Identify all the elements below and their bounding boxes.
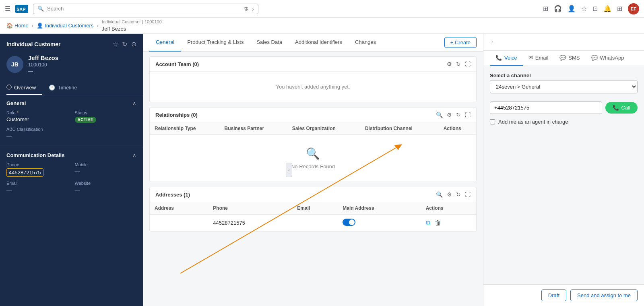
addr-cell-email bbox=[292, 215, 338, 232]
website-field: Website — bbox=[75, 181, 137, 193]
role-value: Customer bbox=[6, 116, 68, 122]
tab-timeline[interactable]: 🕐 Timeline bbox=[49, 81, 84, 95]
right-panel: ← 📞 Voice ✉ Email 💬 SMS 💬 WhatsApp Selec… bbox=[483, 34, 644, 306]
abc-value: — bbox=[6, 133, 136, 139]
relationships-title: Relationships (0) bbox=[155, 112, 436, 118]
create-btn-container: + Create bbox=[444, 37, 477, 48]
website-value: — bbox=[75, 187, 137, 193]
star-icon[interactable]: ☆ bbox=[581, 5, 587, 12]
refresh-rel-icon[interactable]: ↻ bbox=[456, 112, 461, 118]
relationships-header: Relationships (0) 🔍 ⚙ ↻ ⛶ bbox=[150, 108, 476, 122]
col-sales-org: Sales Organization bbox=[287, 122, 360, 135]
right-panel-header: ← bbox=[483, 34, 644, 51]
search-bar[interactable]: 🔍 ⚗ › bbox=[33, 4, 258, 14]
expand-rel-icon[interactable]: ⛶ bbox=[465, 112, 471, 118]
comm-collapse-icon[interactable]: ∧ bbox=[132, 152, 136, 158]
channel-tab-email[interactable]: ✉ Email bbox=[523, 51, 554, 66]
refresh-sidebar-icon[interactable]: ↻ bbox=[122, 40, 127, 48]
mobile-label: Mobile bbox=[75, 162, 137, 167]
addresses-header: Addresses (1) 🔍 ⚙ ↻ ⛶ bbox=[150, 187, 476, 202]
main-address-toggle[interactable] bbox=[343, 219, 355, 226]
history-icon[interactable]: ⊡ bbox=[592, 5, 598, 12]
person-icon[interactable]: 👤 bbox=[568, 5, 576, 12]
empty-search-icon: 🔍 bbox=[306, 147, 320, 160]
general-section-title: General bbox=[6, 100, 26, 106]
tab-general[interactable]: General bbox=[149, 34, 181, 52]
general-collapse-icon[interactable]: ∧ bbox=[132, 100, 136, 106]
col-actions: Actions bbox=[439, 122, 476, 135]
phone-call-input[interactable] bbox=[490, 101, 602, 114]
tab-sales-data[interactable]: Sales Data bbox=[250, 34, 289, 52]
addresses-tbody: 44528721575 ⧉ 🗑 bbox=[150, 215, 476, 232]
account-team-header: Account Team (0) ⚙ ↻ ⛶ bbox=[150, 57, 476, 72]
addr-cell-address bbox=[150, 215, 208, 232]
required-marker: * bbox=[17, 110, 19, 115]
call-button[interactable]: 📞 Call bbox=[605, 102, 638, 114]
agent-charge-label: Add me as an agent in charge bbox=[498, 119, 568, 125]
filter-rel-icon[interactable]: ⚙ bbox=[447, 112, 452, 118]
profile-id: 1000100 bbox=[28, 62, 58, 68]
addr-cell-actions: ⧉ 🗑 bbox=[421, 215, 476, 232]
top-nav: ☰ SAP 🔍 ⚗ › ⊞ 🎧 👤 ☆ ⊡ 🔔 ⊞ EF bbox=[0, 0, 644, 18]
agent-charge-checkbox[interactable] bbox=[490, 119, 495, 124]
communication-section: Communication Details ∧ Phone 4452872157… bbox=[0, 147, 143, 202]
filter-tool-icon[interactable]: ⚙ bbox=[447, 61, 452, 67]
breadcrumb: 🏠 Home › 👤 Individual Customers › Indivi… bbox=[0, 18, 644, 34]
call-icon: 📞 bbox=[613, 105, 619, 111]
hamburger-icon[interactable]: ☰ bbox=[5, 5, 10, 12]
tab-overview[interactable]: ⓘ Overview bbox=[6, 81, 42, 95]
refresh-addr-icon[interactable]: ↻ bbox=[456, 191, 461, 198]
content-area: General Product Tracking & Lists Sales D… bbox=[143, 34, 483, 306]
bell-icon[interactable]: 🔔 bbox=[603, 5, 611, 12]
back-button[interactable]: ← bbox=[490, 38, 497, 46]
create-button[interactable]: + Create bbox=[444, 37, 477, 48]
copy-addr-icon[interactable]: ⧉ bbox=[426, 219, 430, 226]
sidebar-header: Individual Customer ☆ ↻ ⊙ bbox=[0, 34, 143, 51]
draft-button[interactable]: Draft bbox=[541, 289, 566, 301]
breadcrumb-individual-customers[interactable]: 👤 Individual Customers bbox=[37, 23, 93, 29]
expand-addr-icon[interactable]: ⛶ bbox=[465, 191, 471, 198]
empty-account-msg: You haven't added anything yet. bbox=[276, 84, 350, 90]
channel-tab-voice[interactable]: 📞 Voice bbox=[490, 51, 523, 66]
tab-product-tracking[interactable]: Product Tracking & Lists bbox=[181, 34, 250, 52]
star-sidebar-icon[interactable]: ☆ bbox=[112, 40, 118, 48]
sidebar-collapse-btn[interactable]: ‹ bbox=[286, 163, 292, 177]
search-icon: 🔍 bbox=[37, 6, 44, 12]
status-field: Status ACTIVE bbox=[75, 110, 137, 123]
tab-additional-identifiers[interactable]: Additional Identifiers bbox=[289, 34, 349, 52]
overview-icon: ⓘ bbox=[6, 84, 12, 91]
svg-text:SAP: SAP bbox=[17, 7, 26, 12]
search-rel-icon[interactable]: 🔍 bbox=[436, 112, 443, 118]
send-assign-button[interactable]: Send and assign to me bbox=[570, 289, 638, 301]
headset-icon[interactable]: 🎧 bbox=[554, 5, 562, 12]
expand-icon[interactable]: › bbox=[252, 6, 254, 12]
account-team-section: Account Team (0) ⚙ ↻ ⛶ You haven't added… bbox=[149, 56, 477, 102]
phone-highlighted-value[interactable]: 44528721575 bbox=[6, 168, 68, 177]
refresh-tool-icon[interactable]: ↻ bbox=[456, 61, 461, 67]
channel-tab-whatsapp[interactable]: 💬 WhatsApp bbox=[586, 51, 630, 66]
apps-icon[interactable]: ⊞ bbox=[617, 5, 622, 12]
filter-addr-icon[interactable]: ⚙ bbox=[447, 191, 452, 198]
whatsapp-icon: 💬 bbox=[591, 55, 598, 61]
addresses-header-row: Address Phone Email Main Address Actions bbox=[150, 202, 476, 215]
delete-addr-icon[interactable]: 🗑 bbox=[435, 219, 441, 226]
user-avatar[interactable]: EF bbox=[628, 3, 639, 14]
timeline-icon: 🕐 bbox=[49, 85, 55, 91]
expand-tool-icon[interactable]: ⛶ bbox=[465, 61, 471, 67]
settings-sidebar-icon[interactable]: ⊙ bbox=[131, 40, 136, 48]
sidebar-section-header-general: General ∧ bbox=[6, 100, 136, 106]
channel-select[interactable]: 24seven > General Channel 2 Channel 3 bbox=[490, 80, 638, 93]
breadcrumb-home[interactable]: 🏠 Home bbox=[6, 23, 29, 29]
channel-tab-sms[interactable]: 💬 SMS bbox=[554, 51, 585, 66]
filter-icon[interactable]: ⚗ bbox=[244, 6, 249, 12]
status-label: Status bbox=[75, 110, 137, 115]
tab-changes[interactable]: Changes bbox=[349, 34, 382, 52]
mobile-field: Mobile — bbox=[75, 162, 137, 177]
sidebar-profile: JB Jeff Bezos 1000100 — bbox=[0, 51, 143, 81]
profile-info: Jeff Bezos 1000100 — bbox=[28, 54, 58, 74]
grid-icon[interactable]: ⊞ bbox=[543, 5, 548, 12]
search-input[interactable] bbox=[47, 6, 240, 12]
search-addr-icon[interactable]: 🔍 bbox=[436, 191, 443, 198]
channel-select-group: Select a channel 24seven > General Chann… bbox=[490, 72, 638, 93]
empty-rel-msg: No Records Found bbox=[291, 163, 335, 170]
